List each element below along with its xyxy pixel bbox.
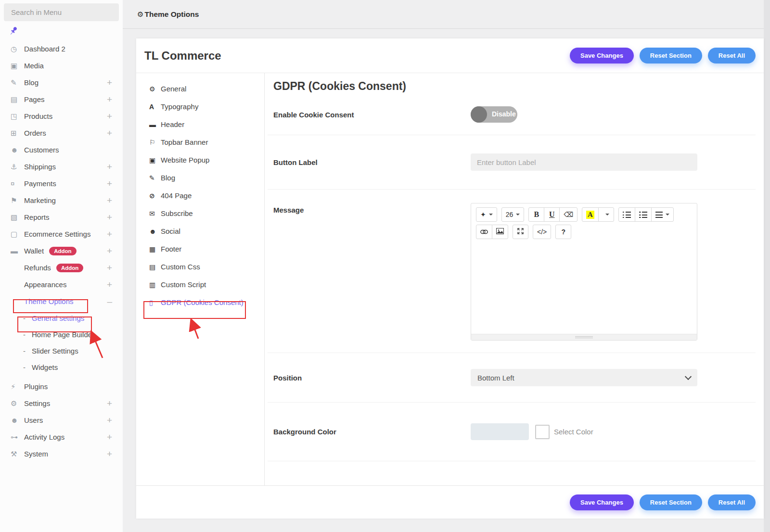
sidebar-item-appearances[interactable]: Appearances +: [0, 276, 123, 293]
editor-help-button[interactable]: ?: [555, 225, 571, 239]
tab-custom-script[interactable]: ▥ Custom Script: [136, 276, 264, 293]
editor-clear-format-button[interactable]: ⌫: [559, 207, 578, 222]
expand-plus-icon[interactable]: +: [107, 263, 112, 273]
tab-footer[interactable]: ▦ Footer: [136, 240, 264, 258]
expand-plus-icon[interactable]: +: [107, 398, 112, 409]
tab-blog[interactable]: ✎ Blog: [136, 169, 264, 187]
expand-plus-icon[interactable]: +: [107, 77, 112, 88]
field-label: Background Color: [273, 428, 471, 436]
save-changes-button-bottom[interactable]: Save Changes: [570, 494, 634, 510]
cookie-consent-toggle[interactable]: Disable: [471, 106, 517, 123]
marketing-icon: ⚑: [11, 196, 24, 205]
sidebar-item-theme-options[interactable]: Theme Options –: [0, 293, 123, 310]
css-file-icon: ▤: [149, 263, 161, 271]
expand-plus-icon[interactable]: +: [107, 279, 112, 290]
tab-general[interactable]: ⚙ General: [136, 80, 264, 98]
tab-404-page[interactable]: ⊘ 404 Page: [136, 187, 264, 204]
sidebar-subitem-general-settings[interactable]: - General settings: [0, 310, 123, 326]
editor-fontsize-button[interactable]: 26: [501, 207, 525, 222]
editor-bold-button[interactable]: B: [528, 207, 544, 222]
editor-link-button[interactable]: [476, 225, 492, 239]
sidebar-item-settings[interactable]: ⚙ Settings +: [0, 395, 123, 412]
wallet-icon: ▬: [11, 247, 24, 255]
tab-custom-css[interactable]: ▤ Custom Css: [136, 258, 264, 276]
select-color-checkbox[interactable]: [535, 425, 550, 439]
expand-plus-icon[interactable]: +: [107, 162, 112, 172]
sidebar-subitem-home-page-builder[interactable]: - Home Page Builder: [0, 326, 123, 342]
editor-image-button[interactable]: [492, 225, 508, 239]
editor-text-color-button[interactable]: A: [582, 207, 599, 222]
editor-underline-button[interactable]: U: [544, 207, 560, 222]
editor-unordered-list-button[interactable]: [618, 207, 635, 222]
expand-plus-icon[interactable]: +: [107, 111, 112, 122]
editor-fullscreen-button[interactable]: [513, 225, 528, 239]
sidebar-item-products[interactable]: ◳ Products +: [0, 108, 123, 125]
position-select-value: Bottom Left: [477, 374, 514, 382]
tab-label: Custom Css: [161, 263, 200, 271]
tab-gdpr-cookies-consent[interactable]: ▯ GDPR (Cookies Consent): [136, 293, 264, 311]
editor-ordered-list-button[interactable]: [635, 207, 652, 222]
sidebar-subitem-slider-settings[interactable]: - Slider Settings: [0, 342, 123, 359]
expand-plus-icon[interactable]: +: [107, 128, 112, 139]
expand-plus-icon[interactable]: +: [107, 212, 112, 223]
tab-subscribe[interactable]: ✉ Subscribe: [136, 204, 264, 222]
sidebar-item-pages[interactable]: ▤ Pages +: [0, 91, 123, 108]
expand-plus-icon[interactable]: +: [107, 449, 112, 459]
reset-all-button-bottom[interactable]: Reset All: [708, 494, 756, 510]
sidebar-item-ecommerce-settings[interactable]: ▢ Ecommerce Settings +: [0, 226, 123, 242]
sidebar-item-wallet[interactable]: ▬ Wallet Addon +: [0, 242, 123, 259]
expand-plus-icon[interactable]: +: [107, 94, 112, 105]
sidebar-item-users[interactable]: ☻ Users +: [0, 412, 123, 429]
toggle-knob[interactable]: [471, 106, 487, 123]
expand-plus-icon[interactable]: +: [107, 246, 112, 256]
sidebar-item-plugins[interactable]: ⚡ Plugins: [0, 378, 123, 395]
expand-plus-icon[interactable]: +: [107, 178, 112, 189]
sidebar-item-system[interactable]: ⚒ System +: [0, 445, 123, 462]
search-input[interactable]: [4, 3, 119, 21]
editor-paragraph-button[interactable]: [651, 207, 674, 222]
sidebar-item-customers[interactable]: ☻ Customers: [0, 141, 123, 158]
tab-social[interactable]: ☻ Social: [136, 222, 264, 240]
expand-plus-icon[interactable]: +: [107, 432, 112, 443]
sidebar-item-dashboard-2[interactable]: ◷ Dashboard 2: [0, 40, 123, 57]
editor-body[interactable]: [471, 243, 697, 334]
color-swatch[interactable]: [471, 423, 529, 440]
tab-label: Custom Script: [161, 280, 206, 289]
editor-toolbar: ✦ 26: [471, 203, 697, 243]
collapse-minus-icon[interactable]: –: [107, 296, 112, 307]
sidebar-item-reports[interactable]: ▧ Reports +: [0, 209, 123, 226]
sidebar-subitem-widgets[interactable]: - Widgets: [0, 359, 123, 375]
reset-section-button-bottom[interactable]: Reset Section: [640, 494, 702, 510]
gdpr-form: GDPR (Cookies Consent) Enable Cookie Con…: [265, 73, 764, 486]
tab-topbar-banner[interactable]: ⚐ Topbar Banner: [136, 133, 264, 151]
expand-plus-icon[interactable]: +: [107, 415, 112, 426]
sidebar-item-blog[interactable]: ✎ Blog +: [0, 74, 123, 91]
editor-text-color-caret-button[interactable]: [598, 207, 614, 222]
save-changes-button[interactable]: Save Changes: [570, 48, 634, 63]
tab-label: GDPR (Cookies Consent): [161, 298, 244, 306]
sidebar-item-shippings[interactable]: ⚓ Shippings +: [0, 158, 123, 175]
ban-icon: ⊘: [149, 192, 161, 200]
editor-style-button[interactable]: ✦: [476, 207, 497, 222]
editor-resize-bar[interactable]: [471, 334, 697, 340]
expand-plus-icon[interactable]: +: [107, 195, 112, 206]
tab-typography[interactable]: A Typography: [136, 98, 264, 115]
position-select[interactable]: Bottom Left: [471, 369, 697, 386]
button-label-input[interactable]: [471, 153, 697, 171]
editor-codeview-button[interactable]: </>: [533, 225, 551, 239]
sidebar-item-refunds[interactable]: Refunds Addon +: [0, 259, 123, 276]
reset-section-button[interactable]: Reset Section: [640, 48, 702, 63]
tab-header[interactable]: ▬ Header: [136, 115, 264, 133]
sidebar-item-orders[interactable]: ⊞ Orders +: [0, 125, 123, 141]
sidebar-item-payments[interactable]: ¤ Payments +: [0, 175, 123, 192]
scrollbar-track[interactable]: [764, 0, 770, 532]
sidebar-item-activity-logs[interactable]: ⊶ Activity Logs +: [0, 429, 123, 445]
key-icon: ⊶: [11, 433, 24, 442]
expand-plus-icon[interactable]: +: [107, 229, 112, 240]
reset-all-button[interactable]: Reset All: [708, 48, 756, 63]
pin-icon[interactable]: [8, 25, 19, 38]
sidebar-item-media[interactable]: ▣ Media: [0, 57, 123, 74]
sidebar-item-label: Home Page Builder: [32, 330, 94, 339]
sidebar-item-marketing[interactable]: ⚑ Marketing +: [0, 192, 123, 209]
tab-website-popup[interactable]: ▣ Website Popup: [136, 151, 264, 169]
